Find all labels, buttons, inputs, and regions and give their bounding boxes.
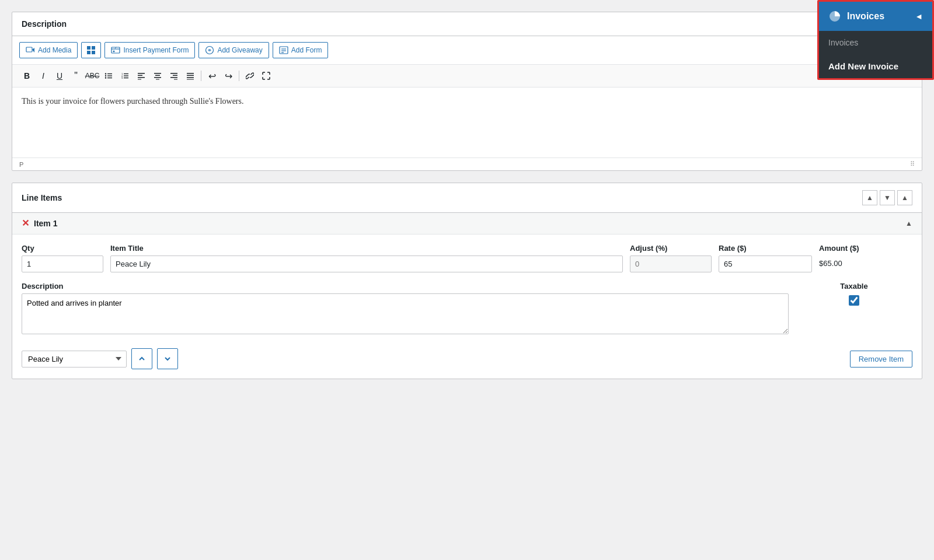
bold-button[interactable]: B xyxy=(19,68,34,83)
unordered-list-button[interactable] xyxy=(101,68,116,83)
svg-rect-34 xyxy=(156,79,159,80)
paragraph-tag: P xyxy=(19,161,23,168)
svg-rect-22 xyxy=(124,74,128,74)
svg-rect-26 xyxy=(124,78,128,78)
italic-button[interactable]: I xyxy=(36,68,51,83)
svg-rect-5 xyxy=(92,51,95,54)
amount-value: $65.00 xyxy=(819,256,912,271)
item-title-field-group: Item Title xyxy=(110,244,623,272)
description-title: Description xyxy=(12,12,922,36)
item-main-row: Qty Item Title Adjust (%) Rate ($) xyxy=(22,244,912,272)
fullscreen-button[interactable] xyxy=(259,68,274,83)
menu-header[interactable]: Invoices ◄ xyxy=(819,2,932,31)
svg-rect-24 xyxy=(124,75,128,76)
separator xyxy=(201,71,201,81)
svg-point-17 xyxy=(105,75,106,76)
panel-collapse-button[interactable]: ▲ xyxy=(897,190,912,205)
align-center-button[interactable] xyxy=(150,68,165,83)
sidebar: Invoices ◄ Invoices Add New Invoice xyxy=(817,0,934,80)
svg-rect-42 xyxy=(187,79,194,80)
giveaway-icon xyxy=(205,46,214,55)
rate-label: Rate ($) xyxy=(719,244,812,253)
taxable-label: Taxable xyxy=(840,282,867,290)
desc-textarea[interactable]: Potted and arrives in planter xyxy=(22,293,789,334)
grid-icon xyxy=(86,46,96,55)
svg-rect-20 xyxy=(107,78,112,78)
move-up-button[interactable] xyxy=(131,348,152,369)
undo-button[interactable]: ↩ xyxy=(204,68,219,83)
svg-point-19 xyxy=(105,77,106,78)
item-select[interactable]: Peace Lily Rose Bouquet Tulips Sunflower… xyxy=(22,351,127,368)
payment-icon xyxy=(111,46,120,55)
menu-title: Invoices xyxy=(847,11,884,22)
svg-rect-30 xyxy=(138,79,141,80)
justify-button[interactable] xyxy=(183,68,198,83)
svg-rect-33 xyxy=(154,77,161,78)
item-label: Item 1 xyxy=(34,219,57,228)
blockquote-button[interactable]: " xyxy=(68,68,83,83)
amount-field-group: Amount ($) $65.00 xyxy=(819,244,912,271)
underline-button[interactable]: U xyxy=(52,68,67,83)
panel-controls: ▲ ▼ ▲ xyxy=(862,190,912,205)
svg-rect-40 xyxy=(187,75,194,76)
svg-rect-3 xyxy=(92,46,95,50)
qty-input[interactable] xyxy=(22,256,103,272)
strikethrough-button[interactable]: ABC xyxy=(85,68,100,83)
item-remove-x-icon[interactable]: ✕ xyxy=(22,219,29,228)
ordered-list-button[interactable]: 1. 2. 3. xyxy=(117,68,133,83)
sidebar-item-add-new-invoice[interactable]: Add New Invoice xyxy=(819,54,932,78)
panel-up-button[interactable]: ▲ xyxy=(862,190,877,205)
svg-rect-2 xyxy=(87,46,90,50)
item-collapse-button[interactable]: ▲ xyxy=(905,219,912,228)
panel-down-button[interactable]: ▼ xyxy=(880,190,895,205)
adjust-label: Adjust (%) xyxy=(630,244,712,253)
line-items-header: Line Items ▲ ▼ ▲ xyxy=(12,183,922,213)
add-form-button[interactable]: Add Form xyxy=(273,42,329,58)
align-right-button[interactable] xyxy=(166,68,182,83)
svg-rect-31 xyxy=(154,73,161,74)
item-title-input[interactable] xyxy=(110,256,623,272)
insert-payment-form-button[interactable]: Insert Payment Form xyxy=(104,42,195,58)
item-block-1: ✕ Item 1 ▲ Qty Item Title xyxy=(12,213,922,379)
menu-items: Invoices Add New Invoice xyxy=(819,31,932,78)
remove-item-button[interactable]: Remove Item xyxy=(850,351,912,368)
redo-button[interactable]: ↪ xyxy=(221,68,236,83)
align-left-button[interactable] xyxy=(134,68,149,83)
item-header-1: ✕ Item 1 ▲ xyxy=(12,213,922,235)
svg-rect-39 xyxy=(187,73,194,74)
form-icon xyxy=(279,46,288,55)
separator2 xyxy=(239,71,239,81)
move-down-button[interactable] xyxy=(157,348,178,369)
item-title-label: Item Title xyxy=(110,244,623,253)
svg-rect-35 xyxy=(170,73,177,74)
svg-rect-16 xyxy=(107,74,112,74)
link-button[interactable] xyxy=(242,68,257,83)
format-toolbar: B I U " ABC 1. 2. xyxy=(12,65,922,88)
adjust-input[interactable] xyxy=(630,256,712,272)
qty-label: Qty xyxy=(22,244,103,253)
chevron-left-icon: ◄ xyxy=(915,12,923,21)
rate-field-group: Rate ($) xyxy=(719,244,812,272)
svg-text:3.: 3. xyxy=(121,76,123,79)
add-media-button[interactable]: Add Media xyxy=(19,42,78,58)
description-panel: Description Add Media xyxy=(12,12,922,171)
sidebar-item-invoices[interactable]: Invoices xyxy=(819,31,932,54)
svg-rect-29 xyxy=(138,77,145,78)
svg-rect-32 xyxy=(155,75,160,76)
svg-point-15 xyxy=(105,73,106,74)
svg-rect-38 xyxy=(174,79,177,80)
editor-content[interactable]: This is your invoice for flowers purchas… xyxy=(12,88,922,158)
resize-handle[interactable]: ⠿ xyxy=(910,160,915,168)
taxable-checkbox[interactable] xyxy=(849,295,859,306)
svg-rect-4 xyxy=(87,51,90,54)
desc-field-group: Description Potted and arrives in plante… xyxy=(22,282,789,334)
editor-footer: P ⠿ xyxy=(12,158,922,170)
qty-field-group: Qty xyxy=(22,244,103,272)
svg-rect-28 xyxy=(138,75,142,76)
amount-label: Amount ($) xyxy=(819,244,912,253)
svg-rect-27 xyxy=(138,73,145,74)
grid-button[interactable] xyxy=(81,42,101,58)
pie-chart-icon xyxy=(828,10,841,23)
add-giveaway-button[interactable]: Add Giveaway xyxy=(198,42,269,58)
rate-input[interactable] xyxy=(719,256,812,272)
